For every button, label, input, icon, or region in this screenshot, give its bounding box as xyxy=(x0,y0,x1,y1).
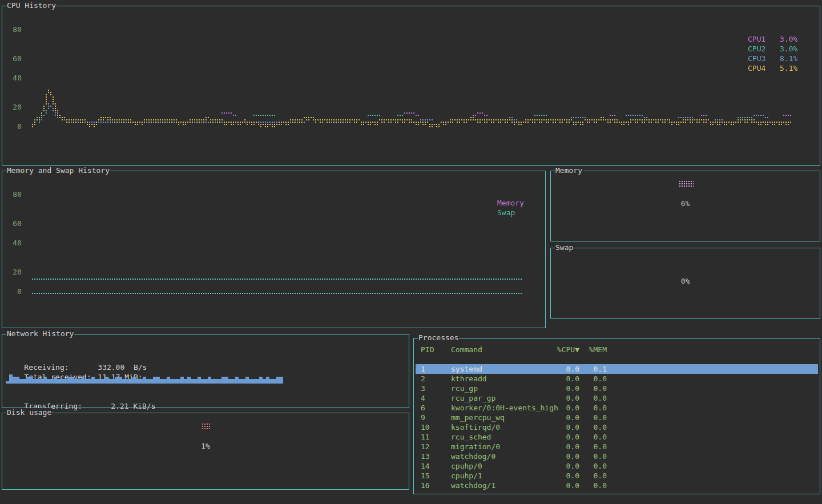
memory-gauge-arc-icon xyxy=(679,180,694,187)
process-command: ksoftirqd/0 xyxy=(451,422,500,432)
process-pid: 4 xyxy=(421,393,425,403)
cpu-legend-value: 8.1% xyxy=(780,54,797,63)
process-mem: 0.0 xyxy=(558,442,607,451)
cpu-legend-value: 5.1% xyxy=(780,64,797,72)
header-mem[interactable]: %MEM xyxy=(558,345,607,354)
processes-panel: Processes PID Command %CPU▼ %MEM 1system… xyxy=(413,338,820,494)
memswap-legend-item: Swap xyxy=(497,208,515,217)
process-command: cpuhp/1 xyxy=(451,471,482,481)
process-pid: 10 xyxy=(421,422,430,432)
memory-swap-history-chart xyxy=(2,171,545,328)
process-row[interactable]: 13watchdog/00.00.0 xyxy=(416,451,818,461)
swap-gauge-percent: 0% xyxy=(551,277,820,285)
header-command[interactable]: Command xyxy=(451,345,482,354)
y-axis-tick: 80 xyxy=(2,25,22,34)
process-pid: 3 xyxy=(421,384,425,393)
cpu-legend-item: CPU13.0% xyxy=(748,35,797,43)
process-command: rcu_par_gp xyxy=(451,393,495,403)
process-row[interactable]: 12migration/00.00.0 xyxy=(416,442,818,451)
processes-title: Processes xyxy=(418,333,459,342)
process-row[interactable]: 4rcu_par_gp0.00.0 xyxy=(416,393,818,403)
process-command: migration/0 xyxy=(451,442,500,451)
y-axis-tick: 60 xyxy=(2,54,22,63)
process-row[interactable]: 15cpuhp/10.00.0 xyxy=(416,471,818,481)
process-command: mm_percpu_wq xyxy=(451,413,505,422)
process-mem: 0.0 xyxy=(558,481,607,490)
cpu-legend-label: CPU2 xyxy=(748,45,780,53)
process-pid: 14 xyxy=(421,461,430,471)
process-row[interactable]: 1systemd0.00.1 xyxy=(416,364,818,374)
disk-usage-panel: Disk usage 1% xyxy=(2,413,409,490)
process-command: rcu_gp xyxy=(451,384,478,393)
process-pid: 12 xyxy=(421,442,430,451)
process-mem: 0.0 xyxy=(558,384,607,393)
process-pid: 11 xyxy=(421,432,430,442)
y-axis-tick: 20 xyxy=(2,268,22,276)
process-pid: 9 xyxy=(421,413,425,422)
cpu-legend-label: CPU4 xyxy=(748,64,780,72)
process-pid: 2 xyxy=(421,374,425,384)
memswap-legend-item: Memory xyxy=(497,199,524,207)
process-row[interactable]: 6kworker/0:0H-events_high0.00.0 xyxy=(416,403,818,413)
y-axis-tick: 40 xyxy=(2,74,22,82)
disk-gauge-percent: 1% xyxy=(2,442,409,450)
process-command: rcu_sched xyxy=(451,432,491,442)
network-history-panel: Network History Receiving:332.00 B/s Tot… xyxy=(2,334,409,408)
process-row[interactable]: 14cpuhp/00.00.0 xyxy=(416,461,818,471)
disk-usage-title: Disk usage xyxy=(6,408,52,417)
process-mem: 0.0 xyxy=(558,403,607,413)
process-row[interactable]: 3rcu_gp0.00.0 xyxy=(416,384,818,393)
memory-swap-history-panel: Memory and Swap History 806040200 Memory… xyxy=(2,171,546,328)
memory-gauge-title: Memory xyxy=(555,166,583,175)
swap-gauge-panel: Swap 0% xyxy=(550,248,820,318)
cpu-legend-value: 3.0% xyxy=(780,35,797,43)
process-mem: 0.0 xyxy=(558,432,607,442)
process-mem: 0.0 xyxy=(558,461,607,471)
cpu-legend-item: CPU38.1% xyxy=(748,54,797,63)
y-axis-tick: 80 xyxy=(2,190,22,199)
process-mem: 0.1 xyxy=(558,364,607,374)
process-pid: 16 xyxy=(421,481,430,490)
process-mem: 0.0 xyxy=(558,471,607,481)
process-pid: 6 xyxy=(421,403,425,413)
cpu-history-panel: CPU History 806040200 CPU13.0%CPU23.0%CP… xyxy=(2,6,820,166)
process-row[interactable]: 11rcu_sched0.00.0 xyxy=(416,432,818,442)
process-table-header: PID Command %CPU▼ %MEM xyxy=(416,345,818,354)
cpu-legend-item: CPU45.1% xyxy=(748,64,797,72)
process-command: kthreadd xyxy=(451,374,487,384)
y-axis-tick: 20 xyxy=(2,103,22,111)
process-command: watchdog/1 xyxy=(451,481,495,490)
disk-gauge-arc-icon xyxy=(202,423,210,429)
memory-gauge-panel: Memory 6% xyxy=(550,171,820,241)
cpu-legend-value: 3.0% xyxy=(780,45,797,53)
process-pid: 1 xyxy=(421,364,425,374)
process-mem: 0.0 xyxy=(558,413,607,422)
cpu-legend-label: CPU3 xyxy=(748,54,780,63)
process-mem: 0.0 xyxy=(558,422,607,432)
process-row[interactable]: 16watchdog/10.00.0 xyxy=(416,481,818,490)
process-mem: 0.0 xyxy=(558,393,607,403)
transferring-value: 2.21 KiB/s xyxy=(111,402,155,410)
y-axis-tick: 40 xyxy=(2,239,22,247)
process-pid: 13 xyxy=(421,451,430,461)
header-pid[interactable]: PID xyxy=(421,345,434,354)
y-axis-tick: 0 xyxy=(2,287,22,296)
swap-gauge-title: Swap xyxy=(555,243,574,252)
process-mem: 0.0 xyxy=(558,451,607,461)
y-axis-tick: 60 xyxy=(2,219,22,228)
process-mem: 0.0 xyxy=(558,374,607,384)
process-row[interactable]: 9mm_percpu_wq0.00.0 xyxy=(416,413,818,422)
cpu-legend-item: CPU23.0% xyxy=(748,45,797,53)
process-command: cpuhp/0 xyxy=(451,461,482,471)
process-row[interactable]: 2kthreadd0.00.0 xyxy=(416,374,818,384)
process-command: systemd xyxy=(451,364,482,374)
memory-gauge-percent: 6% xyxy=(551,199,820,208)
cpu-legend-label: CPU1 xyxy=(748,35,780,43)
process-row[interactable]: 10ksoftirqd/00.00.0 xyxy=(416,422,818,432)
process-command: watchdog/0 xyxy=(451,451,495,461)
y-axis-tick: 0 xyxy=(2,122,22,131)
cpu-history-chart xyxy=(2,6,820,165)
process-pid: 15 xyxy=(421,471,430,481)
